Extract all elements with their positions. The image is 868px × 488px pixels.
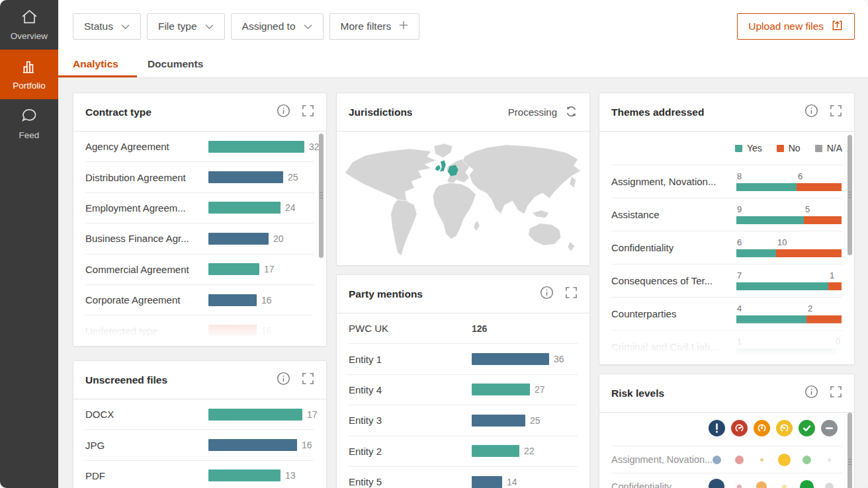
more-filters-button[interactable]: More filters — [329, 13, 420, 40]
risk-cell — [773, 473, 795, 488]
bar — [736, 216, 842, 224]
bar-zone: 13 — [208, 469, 314, 481]
risk-dots — [705, 446, 840, 473]
file-type-filter-button[interactable]: File type — [147, 13, 225, 40]
info-icon[interactable] — [277, 104, 290, 120]
bar-row: JPG16 — [85, 430, 314, 460]
stacked-bar: 42 — [736, 304, 842, 325]
risk-dot — [803, 456, 811, 464]
row-label: Entity 3 — [349, 415, 472, 426]
bar-row: Distribution Agreement25 — [85, 162, 314, 192]
row-label: PWC UK — [349, 323, 472, 334]
refresh-icon[interactable] — [565, 105, 578, 120]
critical-risk-icon — [709, 420, 725, 439]
row-label: JPG — [85, 440, 208, 451]
tab-bar: Analytics Documents — [58, 51, 218, 77]
bar-zone: 25 — [208, 171, 314, 183]
sidebar-item-label: Overview — [11, 31, 48, 41]
row-label: Commercial Agreement — [85, 264, 208, 275]
risk-dot — [735, 456, 744, 464]
info-icon[interactable] — [540, 286, 554, 302]
expand-icon[interactable] — [830, 386, 842, 401]
risk-dot — [713, 456, 721, 464]
risk-cell — [750, 446, 773, 473]
row-label: Entity 5 — [349, 476, 472, 487]
row-value: 16 — [261, 325, 272, 336]
risk-cell — [773, 413, 795, 446]
theme-row: Criminal and Civil Liab...10 — [611, 331, 842, 364]
row-label: Corporate Agreement — [85, 294, 208, 305]
chevron-down-icon — [304, 20, 312, 32]
scrollbar-thumb[interactable] — [319, 134, 324, 258]
row-value: 17 — [264, 264, 275, 274]
app-window: Overview Portfolio Feed Status — [0, 0, 868, 488]
bar — [736, 249, 842, 257]
bar-zone: 17 — [208, 263, 314, 275]
risk-dot — [782, 485, 787, 488]
stacked-bar: 71 — [736, 270, 842, 292]
yes-count: 9 — [737, 204, 742, 214]
bar-row: Entity 514 — [349, 467, 578, 488]
row-label: Assignment, Novation... — [611, 176, 736, 187]
bar — [208, 409, 302, 421]
theme-row: Assistance95 — [611, 198, 842, 231]
themes-addressed-card: Themes addressed YesNoN/A Assignment, No… — [599, 93, 855, 365]
scrollbar-thumb[interactable] — [847, 135, 852, 255]
sidebar-item-feed[interactable]: Feed — [0, 99, 58, 149]
info-icon[interactable] — [277, 372, 290, 388]
bar — [208, 325, 257, 337]
card-title: Jurisdictions — [349, 106, 508, 118]
expand-icon[interactable] — [302, 104, 314, 120]
sidebar-item-overview[interactable]: Overview — [0, 0, 58, 50]
bar — [208, 202, 281, 214]
yes-segment — [736, 282, 828, 290]
risk-cell — [728, 446, 750, 473]
bar-zone: 24 — [208, 202, 314, 214]
map-greenland — [434, 143, 453, 158]
risk-cell — [795, 473, 818, 488]
legend-label: N/A — [827, 143, 842, 153]
sidebar-item-portfolio[interactable]: Portfolio — [0, 50, 58, 99]
risk-dot — [778, 454, 791, 466]
expand-icon[interactable] — [302, 372, 314, 387]
row-value: 25 — [530, 415, 541, 426]
tab-documents[interactable]: Documents — [133, 51, 218, 77]
upload-new-files-button[interactable]: Upload new files — [737, 13, 855, 40]
risk-row: Assignment, Novation... — [611, 446, 842, 473]
scrollbar-thumb[interactable] — [847, 413, 852, 488]
risk-dot — [760, 458, 763, 462]
bar-zone: 32 — [208, 141, 320, 153]
bar — [472, 445, 519, 457]
sidebar-item-label: Portfolio — [13, 81, 46, 91]
row-value: 17 — [307, 409, 318, 420]
expand-icon[interactable] — [565, 286, 578, 302]
row-value: 22 — [524, 446, 535, 456]
status-filter-button[interactable]: Status — [73, 13, 141, 40]
medium-risk-icon — [754, 420, 770, 439]
theme-row: Assignment, Novation...86 — [611, 165, 842, 198]
map-north-america — [345, 149, 437, 213]
row-value: 24 — [285, 202, 296, 213]
risk-dot — [737, 485, 742, 488]
bar-zone: 22 — [472, 445, 578, 457]
risk-dot — [825, 483, 834, 488]
yes-segment — [736, 183, 797, 191]
risk-cell — [818, 473, 840, 488]
stacked-bar: 610 — [736, 237, 842, 259]
bar — [472, 353, 549, 365]
map-africa — [433, 183, 476, 239]
row-label: Employment Agreem... — [85, 202, 208, 214]
tab-analytics[interactable]: Analytics — [58, 51, 133, 77]
stacked-bar: 10 — [736, 337, 842, 358]
bar-row: Commercial Agreement17 — [85, 255, 314, 285]
info-icon[interactable] — [804, 385, 818, 401]
info-icon[interactable] — [804, 104, 818, 120]
row-label: Entity 1 — [349, 354, 472, 365]
expand-icon[interactable] — [830, 104, 842, 120]
jurisdictions-card: Jurisdictions Processing — [336, 93, 590, 266]
active-tab-indicator — [58, 75, 137, 77]
assigned-to-filter-button[interactable]: Assigned to — [231, 13, 324, 40]
legend-item: N/A — [815, 143, 842, 153]
risk-dot — [756, 481, 767, 488]
legend-label: No — [789, 143, 801, 153]
